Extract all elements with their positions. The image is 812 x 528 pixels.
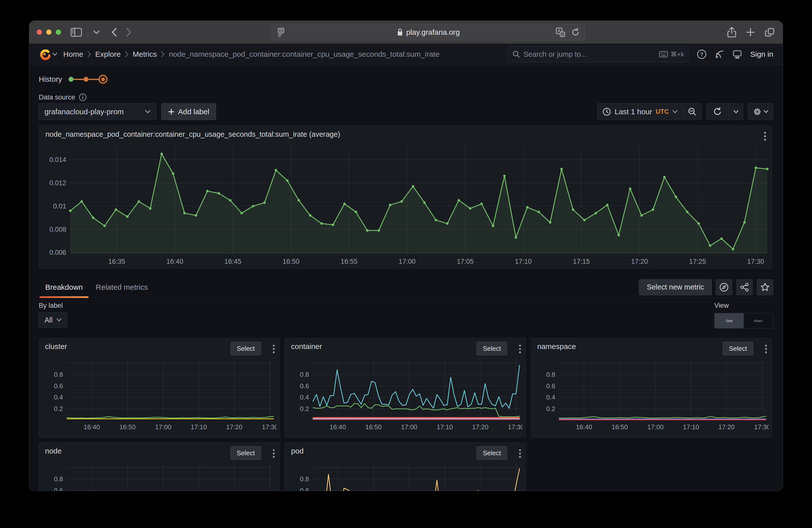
svg-text:16:35: 16:35 xyxy=(108,258,125,265)
info-icon[interactable] xyxy=(79,93,87,101)
svg-text:0.8: 0.8 xyxy=(54,475,63,483)
data-source-picker[interactable]: grafanacloud-play-prom xyxy=(39,103,156,120)
history-label: History xyxy=(39,75,62,84)
svg-text:0.014: 0.014 xyxy=(49,156,66,163)
keyboard-icon xyxy=(659,51,668,58)
svg-text:0.2: 0.2 xyxy=(546,405,555,412)
favorite-star-button[interactable] xyxy=(757,279,773,295)
history-step-current[interactable] xyxy=(99,75,107,84)
svg-text:文: 文 xyxy=(561,32,564,36)
history-step-green[interactable] xyxy=(69,77,73,82)
breadcrumb-separator-icon xyxy=(87,51,91,58)
refresh-icon xyxy=(713,107,722,116)
namespace-chart[interactable]: 0.20.40.60.816:4016:5017:0017:1017:2017:… xyxy=(534,356,769,431)
view-grid-option[interactable]: Grid xyxy=(714,313,744,328)
search-input[interactable]: Search or jump to... ⌘+k xyxy=(508,46,689,62)
translate-icon[interactable]: A文 xyxy=(555,27,566,37)
panel-container: container Select 0.20.40.60.816:4016:501… xyxy=(285,338,526,438)
grafana-logo[interactable] xyxy=(39,48,50,60)
explore-compass-button[interactable] xyxy=(716,279,732,295)
panel-menu-icon[interactable] xyxy=(519,344,521,354)
news-rss-icon[interactable] xyxy=(715,49,724,59)
monitor-icon[interactable] xyxy=(732,49,742,59)
url-domain: play.grafana.org xyxy=(406,28,460,36)
panel-menu-icon[interactable] xyxy=(273,344,275,354)
select-button[interactable]: Select xyxy=(231,446,261,460)
address-bar[interactable]: play.grafana.org A文 xyxy=(272,24,585,40)
tabs-row: Breakdown Related metrics Select new met… xyxy=(39,277,773,298)
svg-text:17:05: 17:05 xyxy=(457,258,474,265)
zoom-out-button[interactable] xyxy=(682,103,701,120)
org-chevron-down-icon[interactable] xyxy=(52,53,57,56)
sidebar-chevron-down-icon[interactable] xyxy=(93,30,100,34)
settings-button[interactable] xyxy=(748,103,773,120)
panel-title: container xyxy=(291,342,322,351)
node-chart[interactable]: 0.20.40.60.816:4016:5017:0017:1017:2017:… xyxy=(42,460,276,491)
view-rows-option[interactable]: Rows xyxy=(744,313,773,328)
help-icon[interactable]: ? xyxy=(697,49,707,59)
share-nodes-icon xyxy=(740,282,749,292)
tab-breakdown[interactable]: Breakdown xyxy=(39,277,89,298)
explore-metrics-content: History Data source grafanacloud-play-pr… xyxy=(29,65,783,491)
svg-text:0.8: 0.8 xyxy=(546,371,555,378)
breadcrumb-metrics[interactable]: Metrics xyxy=(133,50,157,59)
svg-text:17:30: 17:30 xyxy=(754,423,769,431)
main-metric-chart[interactable]: 0.0060.0080.010.0120.01416:3516:4016:451… xyxy=(42,140,770,266)
cluster-chart[interactable]: 0.20.40.60.816:4016:5017:0017:1017:2017:… xyxy=(42,356,276,431)
breadcrumb-home[interactable]: Home xyxy=(63,50,83,59)
by-label-select[interactable]: All xyxy=(39,312,67,328)
svg-text:0.01: 0.01 xyxy=(53,203,66,210)
minimize-window-button[interactable] xyxy=(46,29,52,35)
svg-text:16:55: 16:55 xyxy=(340,258,358,265)
time-range-picker[interactable]: Last 1 hour UTC xyxy=(597,103,682,120)
breadcrumb: Home Explore Metrics node_namespace_pod_… xyxy=(63,50,439,59)
panel-title: pod xyxy=(291,447,304,455)
breadcrumb-explore[interactable]: Explore xyxy=(95,50,121,59)
panel-menu-icon[interactable] xyxy=(519,449,521,458)
history-step-orange[interactable] xyxy=(84,77,88,82)
svg-text:17:20: 17:20 xyxy=(226,423,243,431)
svg-text:16:50: 16:50 xyxy=(611,423,628,431)
forward-button[interactable] xyxy=(126,27,132,37)
svg-text:16:40: 16:40 xyxy=(330,423,346,431)
select-new-metric-button[interactable]: Select new metric xyxy=(639,279,712,295)
svg-text:0.6: 0.6 xyxy=(54,382,63,390)
svg-text:?: ? xyxy=(700,51,704,57)
svg-text:0.4: 0.4 xyxy=(546,394,555,401)
select-button[interactable]: Select xyxy=(477,446,507,460)
data-source-value: grafanacloud-play-prom xyxy=(44,107,124,116)
refresh-interval-chevron[interactable] xyxy=(728,103,743,120)
svg-text:17:00: 17:00 xyxy=(155,423,171,431)
add-label-button[interactable]: Add label xyxy=(161,103,216,120)
settings-group xyxy=(748,103,773,120)
maximize-window-button[interactable] xyxy=(56,29,61,35)
svg-text:17:00: 17:00 xyxy=(401,423,418,431)
svg-text:17:10: 17:10 xyxy=(190,423,207,431)
sidebar-icon[interactable] xyxy=(71,28,82,37)
panel-title: namespace xyxy=(537,342,576,351)
grafana-top-nav: Home Explore Metrics node_namespace_pod_… xyxy=(29,44,783,65)
close-window-button[interactable] xyxy=(37,29,42,35)
share-icon[interactable] xyxy=(727,26,737,38)
svg-text:17:30: 17:30 xyxy=(747,258,764,265)
pod-chart[interactable]: 0.20.40.60.816:4016:5017:0017:1017:2017:… xyxy=(288,460,522,491)
main-metric-panel: node_namespace_pod_container:container_c… xyxy=(39,126,772,269)
timezone-label: UTC xyxy=(656,108,669,116)
lock-icon xyxy=(397,28,403,36)
select-button[interactable]: Select xyxy=(477,342,507,355)
new-tab-icon[interactable] xyxy=(745,27,756,38)
tab-related-metrics[interactable]: Related metrics xyxy=(89,277,154,298)
refresh-button[interactable] xyxy=(707,103,728,120)
svg-text:17:00: 17:00 xyxy=(647,423,664,431)
tab-overview-icon[interactable] xyxy=(764,27,775,38)
reload-icon[interactable] xyxy=(571,28,580,37)
container-chart[interactable]: 0.20.40.60.816:4016:5017:0017:1017:2017:… xyxy=(288,356,522,431)
back-button[interactable] xyxy=(111,27,117,37)
select-button[interactable]: Select xyxy=(231,342,261,355)
star-icon xyxy=(760,282,770,292)
panel-menu-icon[interactable] xyxy=(765,344,767,354)
sign-in-link[interactable]: Sign in xyxy=(750,50,773,59)
panel-menu-icon[interactable] xyxy=(273,449,275,458)
select-button[interactable]: Select xyxy=(723,342,753,355)
share-panel-button[interactable] xyxy=(736,279,753,295)
